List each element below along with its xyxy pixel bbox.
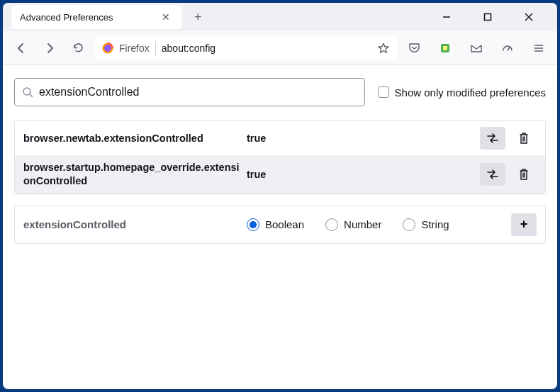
svg-rect-1 xyxy=(485,14,491,21)
toggle-button[interactable] xyxy=(480,127,505,150)
new-tab-button[interactable]: + xyxy=(187,6,209,29)
search-row: Show only modified preferences xyxy=(14,78,546,106)
window-controls xyxy=(432,6,551,28)
close-window-button[interactable] xyxy=(515,6,543,28)
navigation-toolbar: Firefox about:config xyxy=(3,31,557,65)
type-radio-group: Boolean Number String xyxy=(247,218,504,231)
back-button[interactable] xyxy=(10,37,33,60)
show-modified-checkbox[interactable]: Show only modified preferences xyxy=(378,86,546,99)
search-box[interactable] xyxy=(14,78,365,106)
separator xyxy=(155,41,156,55)
new-preference-row: extensionControlled Boolean Number Strin… xyxy=(14,206,546,244)
mail-icon[interactable] xyxy=(465,37,488,60)
pocket-icon[interactable] xyxy=(403,37,425,60)
menu-button[interactable] xyxy=(527,37,550,60)
radio-icon xyxy=(403,218,415,231)
delete-button[interactable] xyxy=(511,163,537,186)
pref-name: browser.startup.homepage_override.extens… xyxy=(23,161,240,188)
active-tab[interactable]: Advanced Preferences ✕ xyxy=(11,5,181,29)
pref-actions xyxy=(480,163,537,186)
browser-window: Advanced Preferences ✕ + Firef xyxy=(3,3,557,389)
forward-button[interactable] xyxy=(38,37,61,60)
delete-button[interactable] xyxy=(511,127,537,150)
url-text: about:config xyxy=(162,43,371,54)
table-row: browser.startup.homepage_override.extens… xyxy=(15,155,545,194)
content-area: Show only modified preferences browser.n… xyxy=(3,65,557,389)
reload-button[interactable] xyxy=(67,37,89,60)
toolbar-right-icons xyxy=(403,37,550,60)
radio-string[interactable]: String xyxy=(403,218,449,231)
svg-point-5 xyxy=(104,45,111,52)
pref-actions xyxy=(480,127,537,150)
firefox-icon xyxy=(102,43,113,54)
pref-value: true xyxy=(247,169,473,180)
titlebar: Advanced Preferences ✕ + xyxy=(3,3,557,31)
radio-label: Number xyxy=(344,218,381,230)
new-pref-name: extensionControlled xyxy=(23,218,240,230)
svg-rect-7 xyxy=(443,46,447,50)
firefox-label: Firefox xyxy=(119,43,150,54)
close-tab-icon[interactable]: ✕ xyxy=(159,9,173,26)
pref-name: browser.newtab.extensionControlled xyxy=(23,132,240,145)
checkbox-label: Show only modified preferences xyxy=(395,86,546,99)
radio-icon xyxy=(247,218,259,231)
bookmark-star-icon[interactable] xyxy=(377,42,390,55)
search-input[interactable] xyxy=(39,86,357,99)
minimize-button[interactable] xyxy=(432,6,461,28)
address-bar[interactable]: Firefox about:config xyxy=(95,36,397,60)
svg-line-12 xyxy=(30,94,33,97)
pref-value: true xyxy=(247,133,473,144)
add-button[interactable]: + xyxy=(511,213,537,236)
table-row: browser.newtab.extensionControlled true xyxy=(15,121,545,155)
toggle-button[interactable] xyxy=(480,163,505,186)
tab-title: Advanced Preferences xyxy=(20,12,113,23)
radio-number[interactable]: Number xyxy=(325,218,381,231)
preferences-table: browser.newtab.extensionControlled true … xyxy=(14,121,546,194)
maximize-button[interactable] xyxy=(474,6,502,28)
radio-label: Boolean xyxy=(265,218,304,230)
checkbox-icon xyxy=(378,86,389,98)
radio-label: String xyxy=(421,218,449,230)
search-icon xyxy=(22,86,33,98)
radio-icon xyxy=(325,218,338,231)
radio-boolean[interactable]: Boolean xyxy=(247,218,304,231)
extension-icon[interactable] xyxy=(434,37,457,60)
dashboard-icon[interactable] xyxy=(496,37,519,60)
